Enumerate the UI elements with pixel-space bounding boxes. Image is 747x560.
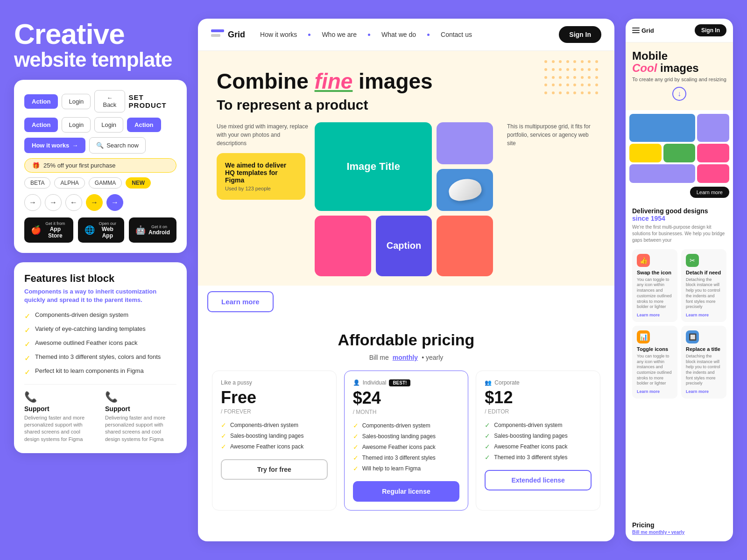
swap-learn-more[interactable]: Learn more <box>637 313 673 317</box>
grid-coral-block <box>437 216 493 276</box>
individual-plan-card: 👤 Individual BEST! $24 / MONTH ✓Componen… <box>344 371 469 511</box>
toggle-icon: 📊 <box>637 330 650 343</box>
feature-item: ✓ Awesome outlined Feather icons pack <box>24 339 176 349</box>
mobile-pricing: Pricing Bill me monthly • yearly <box>626 518 733 541</box>
left-title: Creative website template <box>14 19 187 70</box>
yellow-card-title: We aimed to deliver HQ templates for Fig… <box>225 161 297 184</box>
check-icon: ✓ <box>353 454 359 462</box>
nav-row: How it works → 🔍 Search now <box>24 137 176 154</box>
check-icon: ✓ <box>353 443 359 451</box>
scroll-down-button[interactable]: ↓ <box>672 87 686 101</box>
left-panel: Creative website template Action Login ←… <box>14 19 187 541</box>
hero-headline: Combine fine images <box>217 70 596 93</box>
check-icon: ✓ <box>221 432 226 440</box>
alpha-badge: ALPHA <box>54 177 85 189</box>
hero-body-text: Use mixed grid with imagery, replace wit… <box>217 122 310 147</box>
login-button-2[interactable]: Login <box>62 117 91 133</box>
mobile-learn-more-button[interactable]: Learn more <box>690 187 729 198</box>
mobile-feature-item-2: ✂ Detach if need Detaching the block ins… <box>681 249 726 322</box>
check-icon: ✓ <box>485 454 490 461</box>
price-feature: ✓Awesome Feather icons pack <box>221 443 328 450</box>
toggle-learn-more[interactable]: Learn more <box>637 389 673 394</box>
best-badge: BEST! <box>389 379 410 386</box>
brand-tag: SET PRODUCT <box>129 93 176 109</box>
learn-more-section: Learn more <box>198 286 614 318</box>
mobile-features-grid: 👍 Swap the icon You can toggle to any ic… <box>632 249 726 399</box>
nav-link-how-it-works[interactable]: How it works <box>260 31 297 38</box>
mobile-hero: Mobile Cool images To create any grid by… <box>626 42 733 110</box>
free-plan-card: Like a pussy Free / FOREVER ✓Components-… <box>212 371 337 511</box>
regular-license-button[interactable]: Regular license <box>353 481 460 502</box>
support-item-1: 📞 Support Delivering faster and more per… <box>24 391 96 443</box>
nav-links: How it works Who we are What we do Conta… <box>260 31 544 38</box>
swap-icon: 👍 <box>637 254 650 267</box>
nav-link-who-we-are[interactable]: Who we are <box>322 31 357 38</box>
extended-license-button[interactable]: Extended license <box>485 470 592 490</box>
nav-link-contact[interactable]: Contact us <box>441 31 472 38</box>
features-subtitle: Components is a way to inherit customiza… <box>24 287 176 304</box>
arrow-right-purple[interactable]: → <box>106 194 123 211</box>
detach-learn-more[interactable]: Learn more <box>686 313 722 317</box>
android-button[interactable]: 🤖 Get it on Android <box>129 217 176 243</box>
check-icon: ✓ <box>485 432 490 440</box>
toggle-desc: You can toggle to any icon within instan… <box>637 354 673 386</box>
gamma-badge: GAMMA <box>89 177 122 189</box>
nav-dot-2 <box>368 34 370 36</box>
navbar: Grid How it works Who we are What we do … <box>198 19 614 51</box>
arrow-left-3[interactable]: ← <box>65 194 82 211</box>
try-free-button[interactable]: Try for free <box>221 459 328 480</box>
hero-dots: // dots rendered inline below <box>544 60 600 98</box>
back-button[interactable]: ← Back <box>94 90 125 112</box>
phone-icon: 📞 <box>24 391 96 403</box>
check-icon: ✓ <box>485 443 490 450</box>
how-it-works-button[interactable]: How it works → <box>24 138 85 153</box>
mobile-feature-item-4: 🔲 Replace a title Detaching the block in… <box>681 326 726 399</box>
price-feature: ✓Will help to learn Figma <box>353 465 460 472</box>
store-row: 🍎 Get it from App Store 🌐 Open our Web A… <box>24 217 176 243</box>
yellow-card-sub: Used by 123 people <box>225 186 297 191</box>
mobile-pricing-toggle: Bill me monthly • yearly <box>632 530 726 535</box>
action-button-1[interactable]: Action <box>24 94 58 109</box>
search-now-button[interactable]: 🔍 Search now <box>89 137 146 154</box>
hamburger-icon[interactable] <box>632 28 640 33</box>
mobile-logo: Grid <box>641 27 654 34</box>
login-button-3[interactable]: Login <box>94 117 123 133</box>
grid-purple-block <box>437 122 493 164</box>
mobile-since-title: Delivering good designs since 1954 <box>632 207 726 222</box>
phone-icon-2: 📞 <box>105 391 176 403</box>
learn-more-button[interactable]: Learn more <box>207 291 274 312</box>
nav-logo: Grid <box>211 29 245 40</box>
arrow-left-1[interactable]: → <box>24 194 41 211</box>
sign-in-button[interactable]: Sign In <box>559 26 601 43</box>
btn-row-1: Action Login ← Back SET PRODUCT <box>24 90 176 112</box>
features-title: Features list block <box>24 273 176 285</box>
shoe-image <box>447 176 483 203</box>
nav-link-what-we-do[interactable]: What we do <box>381 31 416 38</box>
arrow-left-2[interactable]: → <box>45 194 62 211</box>
check-icon: ✓ <box>24 368 30 377</box>
detach-icon: ✂ <box>686 254 699 267</box>
price-feature: ✓Themed into 3 different styles <box>485 454 592 461</box>
web-app-button[interactable]: 🌐 Open our Web App <box>78 217 124 243</box>
right-panel-mobile: Grid Sign In Mobile Cool images To creat… <box>626 19 733 541</box>
login-button-1[interactable]: Login <box>62 94 91 109</box>
android-icon: 🤖 <box>135 225 146 235</box>
replace-learn-more[interactable]: Learn more <box>686 389 722 394</box>
nav-dot-3 <box>427 34 430 36</box>
title-line1: Creative <box>14 18 125 50</box>
mobile-grid-green <box>663 144 696 162</box>
action-button-2[interactable]: Action <box>24 118 58 132</box>
billing-toggle: Bill me monthly • yearly <box>212 354 600 361</box>
arrow-right-yellow[interactable]: → <box>86 194 103 211</box>
mobile-sign-in-button[interactable]: Sign In <box>695 24 726 36</box>
mobile-hero-title: Mobile Cool images <box>632 50 726 75</box>
price-feature: ✓Sales-boosting landing pages <box>221 432 328 440</box>
action-button-3[interactable]: Action <box>127 118 161 132</box>
app-store-button[interactable]: 🍎 Get it from App Store <box>24 217 73 243</box>
check-icon: ✓ <box>353 422 359 429</box>
grid-bottom: Caption <box>315 216 493 276</box>
tag-badge-row: BETA ALPHA GAMMA NEW <box>24 177 176 189</box>
check-icon: ✓ <box>221 443 226 450</box>
hero-body: Use mixed grid with imagery, replace wit… <box>217 122 596 276</box>
price-feature: ✓Themed into 3 different styles <box>353 454 460 462</box>
